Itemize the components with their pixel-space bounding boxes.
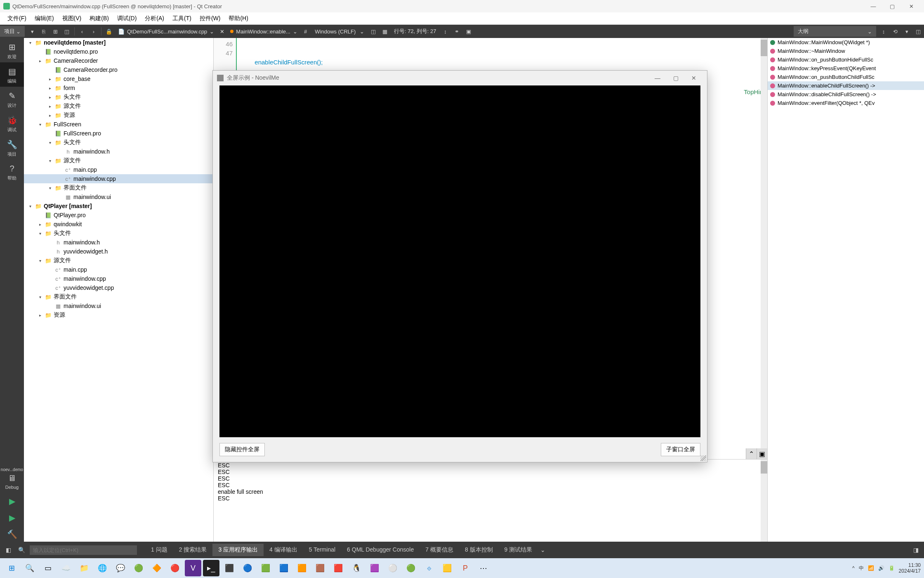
collapse-icon[interactable]: ⌃ bbox=[746, 448, 757, 459]
tree-row[interactable]: ▾📁头文件 bbox=[24, 229, 213, 238]
activity-编辑[interactable]: ▤编辑 bbox=[0, 62, 24, 87]
tree-row[interactable]: hmainwindow.h bbox=[24, 147, 213, 156]
bookmark-icon[interactable]: ▣ bbox=[463, 26, 474, 37]
tree-arrow-icon[interactable]: ▸ bbox=[47, 95, 53, 99]
menu-item[interactable]: 构建(B) bbox=[85, 13, 113, 24]
nav-back-icon[interactable]: ‹ bbox=[76, 26, 88, 37]
settings-icon[interactable]: ↕ bbox=[440, 26, 451, 37]
activity-调试[interactable]: 🐞调试 bbox=[0, 111, 24, 135]
link-icon[interactable]: ⎘ bbox=[38, 26, 50, 37]
maximize-button[interactable]: ▢ bbox=[883, 0, 902, 12]
tree-row[interactable]: ▾📁源文件 bbox=[24, 256, 213, 265]
outline-panel[interactable]: MainWindow::MainWindow(QWidget *)MainWin… bbox=[767, 38, 924, 542]
sync-icon[interactable]: ⟲ bbox=[889, 26, 901, 37]
start-button[interactable]: ⊞ bbox=[3, 560, 20, 576]
menu-item[interactable]: 调试(D) bbox=[113, 13, 141, 24]
vs-icon[interactable]: V bbox=[185, 560, 201, 576]
search-taskbar-icon[interactable]: 🔍 bbox=[21, 560, 38, 576]
child-fullscreen-button[interactable]: 子窗口全屏 bbox=[661, 443, 700, 456]
tree-arrow-icon[interactable]: ▸ bbox=[47, 77, 53, 81]
close-button[interactable]: ✕ bbox=[902, 0, 921, 12]
wifi-icon[interactable]: 📶 bbox=[868, 565, 874, 571]
app-icon-8[interactable]: 🟥 bbox=[330, 560, 346, 576]
build-button[interactable]: 🔨 bbox=[0, 525, 24, 542]
debug-run-button[interactable]: ▶ bbox=[0, 509, 24, 525]
breadcrumb-symbol[interactable]: MainWindow::enable... ⌄ bbox=[227, 28, 301, 35]
lock-icon[interactable]: 🔒 bbox=[103, 26, 115, 37]
breadcrumb-file[interactable]: 📄 QtDemo/FullSc...mainwindow.cpp ⌄ bbox=[115, 28, 217, 35]
tree-row[interactable]: ▸📁CameraRecorder bbox=[24, 56, 213, 65]
activity-帮助[interactable]: ?帮助 bbox=[0, 160, 24, 184]
tree-arrow-icon[interactable]: ▸ bbox=[37, 222, 43, 227]
wechat-icon[interactable]: 🟢 bbox=[130, 560, 147, 576]
output-scrollbar-v[interactable] bbox=[761, 460, 767, 542]
add-icon[interactable]: ⊞ bbox=[50, 26, 61, 37]
child-window[interactable]: 全屏示例 - NoevilMe — ▢ ✕ 隐藏控件全屏 子窗口全屏 bbox=[212, 70, 707, 462]
menu-item[interactable]: 帮助(H) bbox=[224, 13, 252, 24]
outline-item[interactable]: MainWindow::keyPressEvent(QKeyEvent bbox=[768, 64, 924, 73]
run-button[interactable]: ▶ bbox=[0, 492, 24, 509]
outline-item[interactable]: MainWindow::disableChildFullScreen() -> bbox=[768, 90, 924, 99]
menu-item[interactable]: 视图(V) bbox=[58, 13, 86, 24]
minimize-button[interactable]: — bbox=[864, 0, 883, 12]
tree-arrow-icon[interactable]: ▸ bbox=[47, 113, 53, 118]
app-icon-4[interactable]: 🟩 bbox=[257, 560, 274, 576]
tree-row[interactable]: ▦mainwindow.ui bbox=[24, 192, 213, 201]
grid-icon[interactable]: ▦ bbox=[379, 26, 391, 37]
project-tree[interactable]: ▾📁noevilqtdemo [master]📗noevilqtdemo.pro… bbox=[24, 38, 214, 542]
battery-icon[interactable]: 🔋 bbox=[889, 565, 895, 571]
tree-row[interactable]: ▸📁源文件 bbox=[24, 102, 213, 111]
app-icon-1[interactable]: 🔶 bbox=[148, 560, 165, 576]
status-tab[interactable]: 3 应用程序输出 bbox=[212, 544, 264, 556]
tree-arrow-icon[interactable]: ▾ bbox=[47, 186, 53, 190]
terminal-icon[interactable]: ▸_ bbox=[203, 560, 219, 576]
resize-grip[interactable] bbox=[700, 455, 706, 461]
menu-item[interactable]: 控件(W) bbox=[196, 13, 225, 24]
status-tab[interactable]: 2 搜索结果 bbox=[173, 544, 213, 556]
app-icon-12[interactable]: 🟨 bbox=[439, 560, 455, 576]
outline-item[interactable]: MainWindow::on_pushButtonHideFullSc bbox=[768, 55, 924, 64]
tree-arrow-icon[interactable]: ▾ bbox=[27, 40, 33, 45]
activity-欢迎[interactable]: ⊞欢迎 bbox=[0, 38, 24, 62]
status-tab[interactable]: 8 版本控制 bbox=[459, 544, 499, 556]
tree-arrow-icon[interactable]: ▾ bbox=[37, 122, 43, 127]
status-tab[interactable]: 4 编译输出 bbox=[264, 544, 303, 556]
chrome-icon[interactable]: 🔵 bbox=[239, 560, 256, 576]
outline-selector[interactable]: 大纲⌄ bbox=[794, 26, 876, 37]
tree-row[interactable]: ▾📁FullScreen bbox=[24, 120, 213, 129]
locator-input[interactable] bbox=[30, 545, 137, 555]
filter-icon[interactable]: ▾ bbox=[26, 26, 38, 37]
activity-设计[interactable]: ✎设计 bbox=[0, 87, 24, 111]
menu-item[interactable]: 分析(A) bbox=[141, 13, 168, 24]
overflow-icon[interactable]: ⋯ bbox=[475, 560, 492, 576]
tree-arrow-icon[interactable]: ▾ bbox=[37, 258, 43, 263]
search-icon[interactable]: 🔍 bbox=[16, 545, 26, 555]
app-icon-10[interactable]: ⚪ bbox=[384, 560, 401, 576]
outline-item[interactable]: MainWindow::enableChildFullScreen() -> bbox=[768, 81, 924, 90]
app-icon-9[interactable]: 🟪 bbox=[366, 560, 383, 576]
tree-row[interactable]: ▸📁资源 bbox=[24, 310, 213, 320]
tree-row[interactable]: c⁺yuvvideowidget.cpp bbox=[24, 283, 213, 292]
activity-项目[interactable]: 🔧项目 bbox=[0, 135, 24, 160]
child-window-titlebar[interactable]: 全屏示例 - NoevilMe — ▢ ✕ bbox=[213, 71, 707, 85]
tree-row[interactable]: c⁺main.cpp bbox=[24, 265, 213, 274]
tree-arrow-icon[interactable]: ▸ bbox=[37, 313, 43, 317]
status-tab[interactable]: 7 概要信息 bbox=[420, 544, 459, 556]
tree-arrow-icon[interactable]: ▾ bbox=[47, 159, 53, 163]
tree-row[interactable]: c⁺mainwindow.cpp bbox=[24, 274, 213, 283]
expand-icon[interactable]: ▣ bbox=[757, 448, 767, 459]
tree-row[interactable]: 📗CameraRecorder.pro bbox=[24, 65, 213, 74]
tree-row[interactable]: 📗FullScreen.pro bbox=[24, 129, 213, 138]
ime-icon[interactable]: 中 bbox=[859, 565, 864, 572]
tree-arrow-icon[interactable]: ▾ bbox=[47, 140, 53, 145]
tree-row[interactable]: ▦mainwindow.ui bbox=[24, 301, 213, 310]
tray-chevron-icon[interactable]: ^ bbox=[852, 565, 855, 571]
app-icon-2[interactable]: 🔴 bbox=[167, 560, 183, 576]
app-icon-3[interactable]: ⬛ bbox=[221, 560, 238, 576]
child-maximize-button[interactable]: ▢ bbox=[667, 71, 685, 85]
child-close-button[interactable]: ✕ bbox=[685, 71, 703, 85]
project-selector[interactable]: 项目⌄ bbox=[0, 26, 25, 37]
line-ending-selector[interactable]: # Windows (CRLF) ⌄ bbox=[301, 28, 368, 35]
app-icon-5[interactable]: 🟦 bbox=[276, 560, 292, 576]
cursor-position[interactable]: 行号: 72, 列号: 27 bbox=[391, 28, 440, 35]
